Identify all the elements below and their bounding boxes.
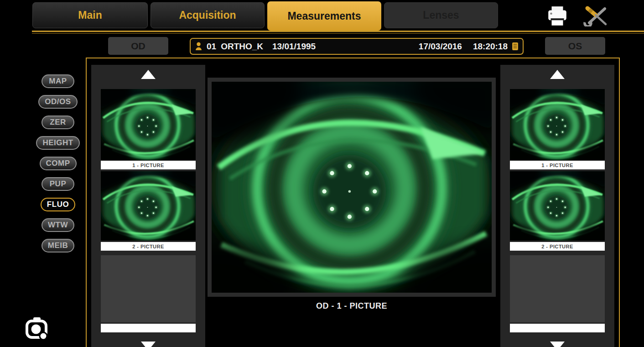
right-thumbnail-2[interactable] [510,171,605,241]
right-thumbnail-2-label: 2 - PICTURE [510,242,605,251]
sidebar-item-comp[interactable]: COMP [40,157,77,170]
sidebar-item-pup[interactable]: PUP [42,177,74,191]
tab-acquisition[interactable]: Acquisition [151,2,265,28]
sidebar-item-od-os[interactable]: OD/OS [38,95,77,109]
sidebar-item-wtw[interactable]: WTW [42,218,74,232]
eye-photo-large [212,82,492,293]
app-root: Main Acquisition Measurements Lenses OD … [0,0,644,347]
patient-info-bar[interactable]: 01 ORTHO_K 13/01/1995 17/03/2016 18:20:1… [190,38,524,55]
exam-date: 17/03/2016 [419,42,462,52]
eye-photo [101,89,196,160]
tab-lenses[interactable]: Lenses [384,2,498,28]
down-arrow-icon[interactable] [141,342,156,347]
person-icon [195,42,202,51]
measurement-mode-sidebar: MAP OD/OS ZER HEIGHT COMP PUP FLUO WTW M… [29,74,87,252]
eye-photo [510,89,605,160]
tabbar-accent-line-shadow [32,33,644,34]
left-thumbnail-2-label: 2 - PICTURE [101,242,196,251]
up-arrow-icon[interactable] [141,70,156,79]
sidebar-item-meib[interactable]: MEIB [42,239,75,252]
sidebar-item-fluo[interactable]: FLUO [41,198,75,211]
main-fluorescein-image [208,78,496,297]
left-filmstrip: 1 - PICTURE 2 - PICTURE [91,65,205,347]
od-eye-button[interactable]: OD [108,37,168,55]
left-empty-slot [101,255,196,322]
tab-measurements[interactable]: Measurements [267,1,381,31]
right-empty-slot [510,255,605,322]
settings-tools-button[interactable] [582,5,610,26]
left-empty-slot-label [101,324,196,332]
os-eye-button[interactable]: OS [545,37,605,55]
exam-time: 18:20:18 [473,42,508,52]
eye-photo [510,171,605,241]
sidebar-item-height[interactable]: HEIGHT [36,136,79,150]
down-arrow-icon[interactable] [550,342,565,347]
right-thumbnail-1[interactable] [510,89,605,160]
wrench-screwdriver-icon [582,5,610,26]
right-thumbnail-1-label: 1 - PICTURE [510,161,605,169]
left-thumbnail-1[interactable] [101,89,196,160]
sidebar-item-map[interactable]: MAP [42,74,74,88]
print-button[interactable] [546,5,569,26]
right-filmstrip: 1 - PICTURE 2 - PICTURE [500,65,614,347]
tabbar-accent-line [32,31,644,32]
memo-icon [512,42,518,50]
sidebar-item-zer[interactable]: ZER [42,116,74,129]
tab-main[interactable]: Main [32,2,148,28]
left-thumbnail-1-label: 1 - PICTURE [101,161,196,169]
camera-lens-icon[interactable] [23,315,51,342]
patient-name: ORTHO_K [221,42,263,52]
patient-birth-date: 13/01/1995 [272,42,316,52]
left-thumbnail-2[interactable] [101,171,196,241]
printer-icon [546,5,569,26]
up-arrow-icon[interactable] [550,70,565,79]
right-empty-slot-label [510,324,605,332]
eye-photo [101,171,196,241]
patient-id: 01 [207,42,216,52]
main-image-caption: OD - 1 - PICTURE [208,301,496,311]
